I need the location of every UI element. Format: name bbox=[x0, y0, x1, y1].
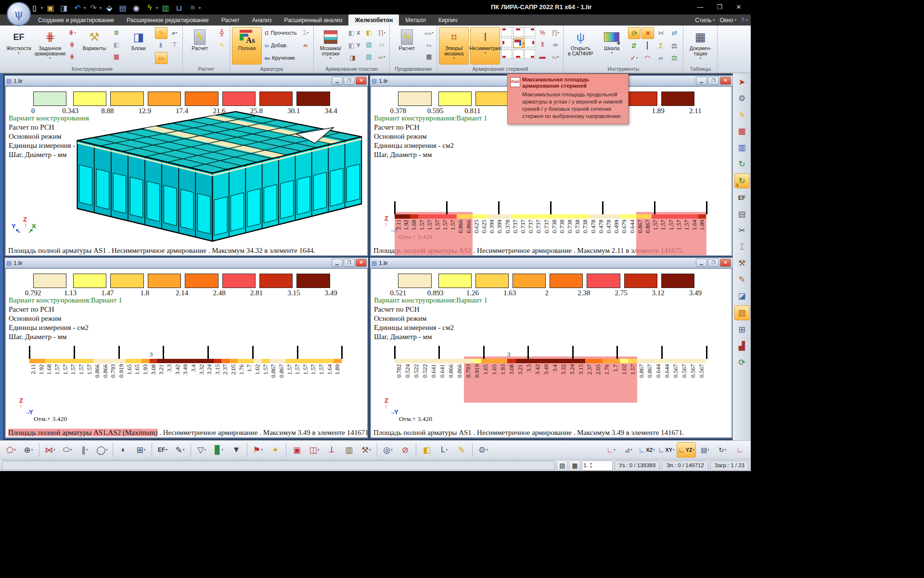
local-point-button[interactable]: L▾ bbox=[436, 443, 452, 457]
tool-refresh-s-button[interactable]: ⇵ bbox=[628, 40, 640, 51]
ribbon-small-Кручение[interactable]: MxКручение bbox=[263, 52, 298, 64]
rotate-ccw-button[interactable]: ↻ bbox=[735, 157, 749, 171]
save-button[interactable]: ◨ bbox=[58, 2, 70, 13]
ribbon-small-cube[interactable]: ◧ bbox=[111, 39, 122, 50]
ribbon-button-Расчет[interactable]: ϟРасчет bbox=[185, 27, 215, 65]
flag-button[interactable]: ⚑▾ bbox=[250, 443, 266, 457]
undo-button[interactable]: ↶ bbox=[72, 2, 83, 13]
mdi-restore-button[interactable]: ❐ bbox=[344, 77, 355, 85]
redo-button[interactable]: ↷ bbox=[88, 2, 99, 13]
lock-button[interactable]: ⊔ bbox=[173, 2, 185, 13]
ribbon-small-grid-frame[interactable]: ╬ bbox=[216, 27, 228, 38]
mdi-close-button[interactable]: ✕ bbox=[356, 259, 367, 267]
section-arm-left-button[interactable] bbox=[501, 38, 512, 47]
ribbon-small-mesh-t[interactable]: ∏▾ bbox=[376, 27, 387, 38]
ribbon-small-flash-grid[interactable]: ϟ bbox=[216, 39, 228, 50]
ribbon-small-rebar-s[interactable]: ⋕ bbox=[66, 39, 78, 50]
ribbon-small-h-section[interactable]: ⌶▾ bbox=[300, 27, 311, 38]
axis-corner-button[interactable]: ∟ bbox=[732, 443, 748, 457]
pen-button[interactable]: ✎▾ bbox=[172, 443, 188, 457]
gear-settings-button[interactable]: ⚙ bbox=[735, 92, 749, 105]
tool-sigma-sum-button[interactable]: Σ bbox=[655, 40, 667, 51]
mdi-titlebar[interactable]: ▤1.lir▁❐✕ bbox=[370, 258, 732, 268]
menu-Окно[interactable]: Окно▾ bbox=[719, 17, 736, 24]
grid-snap-button[interactable]: ⊞▾ bbox=[133, 443, 149, 457]
packet-button[interactable]: ▼ bbox=[228, 443, 244, 457]
ribbon-button-Блоки[interactable]: ◨Блоки bbox=[124, 27, 154, 65]
pan-target-button[interactable]: ⊕▾ bbox=[20, 443, 37, 457]
tool-beamcol-button[interactable] bbox=[642, 40, 653, 51]
mdi-minimize-button[interactable]: ▁ bbox=[696, 77, 707, 85]
mdi-close-button[interactable]: ✕ bbox=[356, 77, 367, 85]
ribbon-small-ip[interactable]: iP▾ bbox=[169, 27, 180, 38]
filter-funnel-button[interactable]: ▽▾ bbox=[193, 443, 210, 457]
combo-spinner[interactable]: ▴▾ bbox=[590, 461, 592, 469]
paint-bucket-button[interactable]: ◧ bbox=[419, 443, 435, 457]
ribbon-button-Докумен[interactable]: ▦Докумен-тация▾ bbox=[685, 27, 715, 65]
hammer-button[interactable]: ⚒ bbox=[735, 256, 749, 270]
ribbon-button-Шкала[interactable]: Шкала▾ bbox=[597, 27, 627, 65]
mdi-minimize-button[interactable]: ▁ bbox=[696, 259, 707, 267]
menu-Стиль[interactable]: Стиль▾ bbox=[695, 17, 715, 24]
tab-Расширенный анализ[interactable]: Расширенный анализ bbox=[278, 14, 348, 26]
scaffold-button[interactable]: ▥ bbox=[341, 443, 357, 457]
ribbon-button-Заданное[interactable]: ⋕Заданноеармирование▾ bbox=[35, 27, 65, 65]
chart-bars-button[interactable]: ▊▾ bbox=[211, 443, 227, 457]
mdi-minimize-button[interactable]: ▁ bbox=[332, 259, 343, 267]
undo-button-dropdown[interactable]: ▾ bbox=[84, 6, 86, 10]
minimize-button[interactable]: — bbox=[692, 2, 708, 13]
tool-check-v-button[interactable]: ✓▾ bbox=[628, 52, 640, 63]
design-grid-12-button[interactable]: ▥ bbox=[735, 141, 749, 155]
redo-button-dropdown[interactable]: ▾ bbox=[100, 6, 102, 10]
status-doc-icon[interactable]: ▤ bbox=[557, 460, 567, 471]
ribbon-button-Жесткости[interactable]: EFЖесткости▾ bbox=[4, 27, 34, 65]
section-arm-max-button[interactable]: ▾ bbox=[513, 38, 525, 48]
new-document-button-dropdown[interactable]: ▾ bbox=[41, 6, 43, 10]
ribbon-small-table-s[interactable]: ▦ bbox=[423, 51, 435, 62]
customize-toolbar-button-dropdown[interactable]: ▾ bbox=[199, 6, 201, 10]
palette-button[interactable]: ▨ bbox=[734, 305, 750, 320]
close-button[interactable]: ✕ bbox=[731, 2, 747, 13]
circle-select-button[interactable]: ◯▾ bbox=[94, 443, 110, 457]
polygon-select-button[interactable]: ⬠▾ bbox=[3, 443, 19, 457]
ribbon-small-frame-orange[interactable]: ▭ bbox=[155, 52, 167, 64]
3d-model-view[interactable] bbox=[12, 107, 367, 251]
ribbon-button-Эпюры[interactable]: ⌗Эпюры/мозаика▾ bbox=[439, 27, 469, 65]
run-flash-button-dropdown[interactable]: ▾ bbox=[156, 6, 158, 10]
tool-sync-button[interactable]: ⇄ bbox=[668, 27, 680, 38]
axis-z-button[interactable]: ⊿▾ bbox=[620, 443, 636, 457]
frame-a-button[interactable]: ▣ bbox=[289, 443, 305, 457]
rotate-ccw-1-button[interactable]: ↻1 bbox=[734, 173, 750, 188]
section-arm-bl-button[interactable] bbox=[501, 49, 512, 59]
tool-x-red-button[interactable]: ✕ bbox=[642, 27, 654, 39]
section-arm-top-button[interactable] bbox=[513, 27, 524, 37]
pencil-y-button[interactable]: ✎ bbox=[453, 443, 470, 457]
ribbon-small-glasses[interactable]: ∞ bbox=[550, 39, 561, 50]
tab-Расширенное редактирование[interactable]: Расширенное редактирование bbox=[120, 14, 215, 26]
mdi-close-button[interactable]: ✕ bbox=[720, 259, 731, 267]
plane-yz-button[interactable]: ∟YZ▾ bbox=[677, 442, 696, 458]
ribbon-small-bars-red[interactable]: ⦀ bbox=[537, 39, 548, 50]
tab-Создание и редактирование[interactable]: Создание и редактирование bbox=[32, 14, 120, 26]
iso-book-button[interactable]: ▤▾ bbox=[697, 443, 713, 457]
scale-step-combo[interactable]: 1.▴▾ bbox=[582, 460, 613, 471]
plane-xz-button[interactable]: ∟XZ▾ bbox=[637, 443, 655, 457]
mdi-close-button[interactable]: ✕ bbox=[720, 77, 731, 85]
model-fragment-button[interactable]: ⬙ bbox=[103, 2, 115, 13]
rotate-view-button[interactable]: ↻▾ bbox=[714, 443, 731, 457]
ribbon-small-ksigma[interactable]: Kσ▾ bbox=[376, 51, 387, 62]
section-arm-tr-button[interactable] bbox=[525, 27, 535, 37]
mirror-button[interactable]: ◐ bbox=[116, 443, 132, 457]
ribbon-small-cube-st[interactable]: ▤ bbox=[363, 51, 374, 62]
ribbon-small-ksigma[interactable]: Kσ▾ bbox=[550, 51, 561, 62]
viewport[interactable]: 0.5210.8931.261.6322.382.753.123.49Вариа… bbox=[371, 269, 732, 437]
tab-Расчет[interactable]: Расчет bbox=[215, 14, 246, 26]
mdi-restore-button[interactable]: ❐ bbox=[344, 259, 355, 267]
model-rotate-button[interactable]: ⟳ bbox=[735, 355, 749, 369]
stiffness-edit-button[interactable]: EF bbox=[735, 191, 749, 205]
anchor-button[interactable]: Ʇ bbox=[323, 443, 340, 457]
ribbon-small-Y[interactable]: ◧Y bbox=[347, 39, 362, 51]
ribbon-small-aswu[interactable]: Asw▾ bbox=[423, 27, 435, 38]
broom-button[interactable]: ✦ bbox=[267, 443, 283, 457]
brush-button[interactable]: ✎ bbox=[735, 273, 749, 287]
